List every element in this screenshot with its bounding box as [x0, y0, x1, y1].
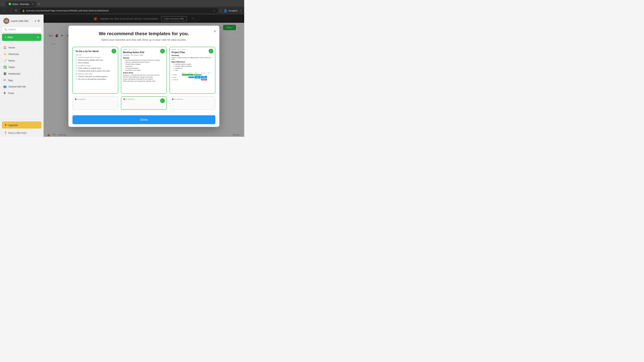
notebooks-icon: 📓: [3, 72, 7, 75]
template-item: Check in with team on weekly progress: [76, 75, 115, 78]
meeting-section: Agenda: [123, 57, 165, 59]
star-icon: ⭐: [3, 52, 7, 56]
meeting-bullet: • Financials Readout: [124, 67, 165, 69]
sidebar-item-label: Home: [8, 46, 15, 49]
tasks-icon: ✅: [3, 65, 7, 69]
modal-close-button[interactable]: ×: [214, 29, 216, 34]
new-button[interactable]: + New ▾: [2, 34, 42, 41]
done-button[interactable]: Done: [72, 115, 215, 124]
template-section: General: [76, 54, 115, 56]
expand-icon: ›: [40, 53, 40, 55]
meeting-bullet: • New hires: [124, 65, 165, 67]
search-box[interactable]: 🔍 Search: [2, 27, 42, 32]
reload-button[interactable]: ↻: [14, 8, 18, 13]
templates-grid: ✓ To-Do List for Work General Update bud…: [68, 44, 219, 112]
meeting-section: Action Items:: [123, 72, 165, 74]
template-card-meeting[interactable]: ✓ Default ··· W· ▪ ▪ ▪ B I U ··· Meeting…: [121, 47, 167, 94]
modal-footer: Done: [68, 112, 219, 127]
template-card-todo[interactable]: ✓ To-Do List for Work General Update bud…: [72, 47, 118, 94]
sidebar-item-label: Notebooks: [8, 72, 20, 75]
template-card-partial-2[interactable]: ✓ 📓 My Notebook: [121, 96, 167, 110]
back-button[interactable]: ←: [2, 8, 7, 13]
tags-icon: 🏷: [3, 79, 6, 82]
sidebar: LD Lauren Dale Deli ▾ ⚙ 🔍 Search + New ▾…: [0, 14, 44, 137]
shared-icon: 👥: [3, 85, 7, 88]
template-item: Proofread article draft to publish next …: [76, 70, 115, 72]
upgrade-label: Upgrade: [8, 124, 18, 126]
sidebar-item-tasks[interactable]: ✅ Tasks: [1, 64, 42, 70]
sidebar-top: LD Lauren Dale Deli ▾ ⚙ 🔍 Search + New ▾: [0, 14, 44, 43]
tab-favicon: 🐘: [8, 3, 11, 5]
active-tab[interactable]: 🐘 Notes - Evernote ×: [6, 1, 36, 7]
sidebar-item-label: Trash: [8, 92, 14, 94]
help-icon: ❓: [4, 132, 7, 134]
new-label: New: [8, 36, 13, 39]
menu-icon[interactable]: ⋮: [239, 9, 242, 13]
nav-items: 🏠 Home ⭐ Shortcuts › 📝 Notes ✅ Tasks 📓 N…: [0, 43, 44, 119]
toolbar-hint: Default ··· W· ▪ ▪ ▪ B I U ···: [172, 49, 213, 50]
sidebar-item-label: Shared with Me: [8, 85, 26, 88]
template-section: For Meeting with Team: [76, 73, 115, 75]
plus-icon: +: [5, 36, 6, 39]
notebook-label: 📓 My Notebook: [75, 98, 116, 100]
meeting-bullet: • Review presentation for Board of Direc…: [124, 59, 165, 61]
sidebar-item-home[interactable]: 🏠 Home: [1, 44, 42, 51]
help-label: Need a little help?: [8, 132, 27, 134]
extensions-icon[interactable]: ⬚: [219, 9, 222, 12]
user-name: Lauren Dale Deli: [11, 19, 33, 22]
tab-title: Notes - Evernote: [12, 3, 29, 5]
modal-subtitle: Select your favorites and they will show…: [75, 38, 213, 41]
template-selected-check: ✓: [160, 49, 165, 53]
meeting-action: Sharon will prepare financials for the r…: [123, 78, 165, 80]
settings-icon[interactable]: ⚙: [38, 19, 40, 23]
modal-header: × We recommend these templates for you. …: [68, 26, 219, 44]
template-card-partial-3[interactable]: 📓 My Notebook: [170, 96, 215, 110]
template-title: Meeting Notes 5/10: [123, 51, 165, 54]
notebook-label: 📓 My Notebook: [123, 98, 164, 100]
templates-modal: × We recommend these templates for you. …: [68, 26, 219, 127]
sidebar-item-label: Notes: [8, 59, 15, 62]
home-icon: 🏠: [3, 46, 7, 49]
nav-right-icons: ⬚ 👤 Incognito ⋮: [219, 9, 242, 13]
forward-button[interactable]: →: [8, 8, 13, 13]
meeting-bullet: • Discuss Quarterly Business Review: [124, 61, 165, 63]
sidebar-item-notebooks[interactable]: 📓 Notebooks ›: [1, 70, 42, 77]
new-dropdown-icon[interactable]: ▾: [38, 36, 39, 39]
sidebar-item-notes[interactable]: 📝 Notes: [1, 57, 42, 64]
template-selected-check: ✓: [160, 98, 165, 103]
nav-bar: ← → ↻ 🔒 evernote.com/client/web?login=tr…: [0, 7, 244, 14]
history-back-icon[interactable]: ‹: [2, 2, 3, 5]
meeting-action: Jeff will make additional changes to the…: [123, 76, 165, 78]
help-row[interactable]: ❓ Need a little help?: [2, 130, 42, 136]
upgrade-button[interactable]: ⬆ Upgrade: [2, 121, 42, 129]
new-tab-button[interactable]: +: [37, 1, 42, 7]
user-profile-row[interactable]: LD Lauren Dale Deli ▾ ⚙: [2, 16, 42, 25]
lock-icon: 🔒: [22, 9, 25, 12]
sidebar-item-tags[interactable]: 🏷 Tags: [1, 77, 42, 83]
address-bar[interactable]: 🔒 evernote.com/client/web?login=true#/no…: [20, 8, 218, 13]
browser-chrome: ‹ › 🐘 Notes - Evernote × + ← → ↻ 🔒 evern…: [0, 0, 244, 14]
star-icon[interactable]: ☆: [213, 9, 215, 12]
tab-close-button[interactable]: ×: [32, 3, 33, 5]
template-card-partial-1[interactable]: 📓 My Notebook: [72, 96, 118, 110]
template-section: For Quarterly Project: [76, 65, 115, 67]
history-forward-icon[interactable]: ›: [4, 2, 4, 5]
incognito-icon[interactable]: 👤: [224, 9, 227, 12]
user-dropdown-icon[interactable]: ▾: [35, 19, 36, 23]
sidebar-bottom: ⬆ Upgrade ❓ Need a little help?: [0, 119, 44, 137]
modal-title: We recommend these templates for you.: [75, 31, 213, 36]
notebook-label: 📓 My Notebook: [172, 98, 213, 100]
project-summary: Plan for implementing new editing featur…: [172, 57, 213, 60]
meeting-bullet: • Project status updates: [124, 63, 165, 65]
template-title: Project Plan: [172, 51, 213, 54]
sidebar-item-label: Tags: [8, 79, 13, 82]
sidebar-item-shortcuts[interactable]: ⭐ Shortcuts ›: [1, 51, 42, 57]
toolbar-hint: Default ··· W· ▪ ▪ ▪ B I U ···: [123, 49, 165, 50]
address-text: evernote.com/client/web?login=true#/note…: [26, 9, 212, 12]
template-card-project[interactable]: ✓ Default ··· W· ▪ ▪ ▪ B I U ··· Project…: [170, 47, 215, 94]
trash-icon: 🗑: [3, 91, 6, 94]
sidebar-item-trash[interactable]: 🗑 Trash: [1, 90, 42, 96]
sidebar-item-label: Tasks: [8, 66, 15, 68]
sidebar-item-shared-with-me[interactable]: 👥 Shared with Me: [1, 83, 42, 90]
main-content: 🎁 Upgrade now. Sync across all your devi…: [44, 14, 244, 137]
